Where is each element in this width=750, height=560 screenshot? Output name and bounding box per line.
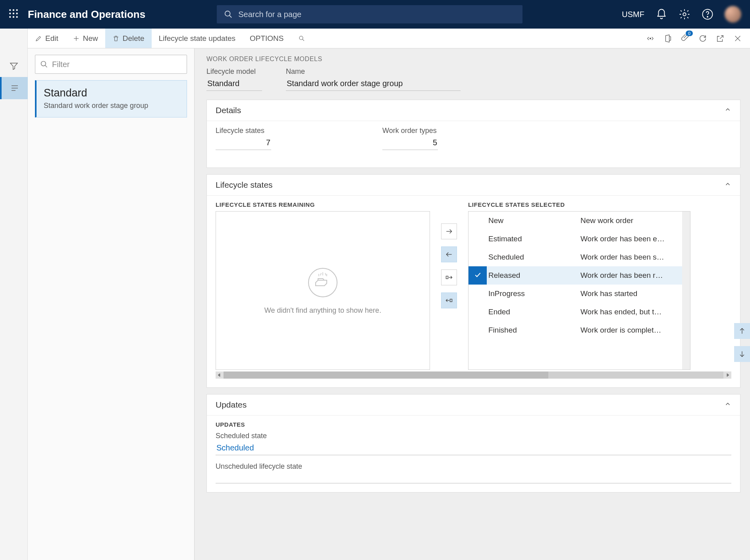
table-row[interactable]: ScheduledWork order has been s… [469, 248, 690, 266]
action-bar: Edit New Delete Lifecycle state updates … [28, 29, 750, 48]
options-button-label: OPTIONS [250, 34, 284, 43]
move-left-button[interactable] [441, 246, 457, 262]
list-item[interactable]: Standard Standard work order stage group [35, 80, 187, 117]
avatar[interactable] [725, 6, 741, 23]
delete-button-label: Delete [123, 34, 145, 43]
selected-list[interactable]: NewNew work orderEstimatedWork order has… [468, 211, 690, 370]
state-name: InProgress [487, 289, 580, 298]
page-search-button[interactable] [291, 29, 312, 48]
move-all-right-button[interactable] [441, 269, 457, 285]
scheduled-state-value[interactable]: Scheduled [216, 442, 731, 455]
updates-card-header[interactable]: Updates [207, 395, 740, 415]
table-row[interactable]: EndedWork has ended, but t… [469, 303, 690, 321]
state-name: New [487, 216, 580, 225]
gear-icon[interactable] [679, 8, 690, 20]
table-row[interactable]: InProgressWork has started [469, 285, 690, 303]
model-field-value[interactable]: Standard [206, 77, 262, 91]
check-icon [474, 271, 482, 281]
chevron-up-icon [724, 181, 731, 190]
table-row[interactable]: EstimatedWork order has been e… [469, 230, 690, 248]
svg-line-10 [229, 15, 232, 18]
chevron-up-icon [724, 400, 731, 410]
new-button[interactable]: New [66, 29, 105, 48]
move-right-button[interactable] [441, 223, 457, 239]
svg-line-33 [320, 273, 321, 275]
remaining-list: We didn't find anything to show here. [216, 211, 430, 370]
state-description: Work order has been s… [580, 253, 690, 262]
unscheduled-state-label: Unscheduled lifecycle state [216, 462, 731, 471]
filter-box[interactable] [35, 55, 187, 74]
bell-icon[interactable] [656, 8, 667, 20]
popout-icon[interactable] [716, 34, 725, 43]
svg-point-3 [9, 12, 11, 14]
lifecycle-updates-label: Lifecycle state updates [159, 34, 235, 43]
details-card-title: Details [216, 106, 241, 115]
horizontal-scrollbar[interactable] [216, 371, 731, 379]
delete-button[interactable]: Delete [105, 29, 152, 48]
table-row[interactable]: NewNew work order [469, 212, 690, 230]
company-label[interactable]: USMF [622, 10, 644, 19]
help-icon[interactable] [702, 8, 713, 20]
name-field-value[interactable]: Standard work order stage group [286, 77, 461, 91]
svg-point-21 [650, 38, 651, 39]
empty-folder-icon [307, 267, 339, 298]
details-card: Details Lifecycle states 7 Work order ty… [206, 100, 740, 168]
search-icon [224, 10, 233, 19]
svg-point-9 [225, 11, 230, 16]
lifecycle-updates-button[interactable]: Lifecycle state updates [152, 29, 243, 48]
empty-message: We didn't find anything to show here. [264, 306, 381, 315]
model-field-label: Lifecycle model [206, 67, 262, 76]
filter-rail-button[interactable] [0, 55, 28, 77]
move-all-left-button[interactable] [441, 293, 457, 308]
global-search-input[interactable] [238, 10, 515, 19]
updates-card-title: Updates [216, 400, 247, 410]
refresh-icon[interactable] [698, 34, 707, 43]
states-count-value[interactable]: 7 [216, 137, 271, 150]
options-button[interactable]: OPTIONS [243, 29, 291, 48]
chevron-up-icon [724, 106, 731, 115]
state-name: Scheduled [487, 253, 580, 262]
attachments-button[interactable]: 0 [681, 33, 690, 44]
edit-button-label: Edit [45, 34, 58, 43]
svg-marker-42 [727, 373, 729, 377]
edit-button[interactable]: Edit [28, 29, 66, 48]
states-count-label: Lifecycle states [216, 127, 271, 135]
svg-point-4 [13, 12, 14, 14]
svg-point-1 [13, 9, 14, 11]
waffle-icon[interactable] [2, 8, 25, 21]
global-search[interactable] [217, 5, 522, 23]
svg-rect-39 [450, 299, 452, 302]
table-row[interactable]: FinishedWork order is complet… [469, 321, 690, 339]
state-name: Ended [487, 308, 580, 316]
connector-icon[interactable] [646, 34, 655, 43]
state-description: Work has started [580, 289, 690, 298]
close-icon[interactable] [733, 34, 742, 43]
svg-line-34 [325, 273, 326, 275]
state-description: Work has ended, but t… [580, 308, 690, 316]
lifecycle-card-title: Lifecycle states [216, 180, 273, 190]
move-up-button[interactable] [734, 323, 750, 339]
state-description: Work order has been r… [580, 271, 690, 280]
table-row[interactable]: ReleasedWork order has been r… [469, 266, 690, 285]
svg-rect-37 [446, 276, 448, 279]
move-down-button[interactable] [734, 346, 750, 362]
detail-pane: WORK ORDER LIFECYCLE MODELS Lifecycle mo… [195, 48, 750, 560]
office-icon[interactable] [663, 34, 672, 43]
svg-point-6 [9, 16, 11, 17]
lifecycle-card-header[interactable]: Lifecycle states [207, 175, 740, 195]
unscheduled-state-value[interactable] [216, 472, 731, 483]
svg-line-20 [302, 39, 304, 40]
state-name: Finished [487, 326, 580, 335]
list-rail-button[interactable] [0, 77, 28, 99]
remaining-title: LIFECYCLE STATES REMAINING [216, 201, 430, 208]
scrollbar[interactable] [682, 212, 690, 369]
svg-point-11 [683, 13, 686, 16]
brand-title: Finance and Operations [28, 8, 145, 21]
filter-input[interactable] [52, 60, 182, 69]
svg-line-28 [45, 65, 47, 67]
name-field-label: Name [286, 67, 461, 76]
details-card-header[interactable]: Details [207, 100, 740, 121]
state-description: New work order [580, 216, 690, 225]
types-count-label: Work order types [382, 127, 438, 135]
types-count-value[interactable]: 5 [382, 137, 438, 150]
